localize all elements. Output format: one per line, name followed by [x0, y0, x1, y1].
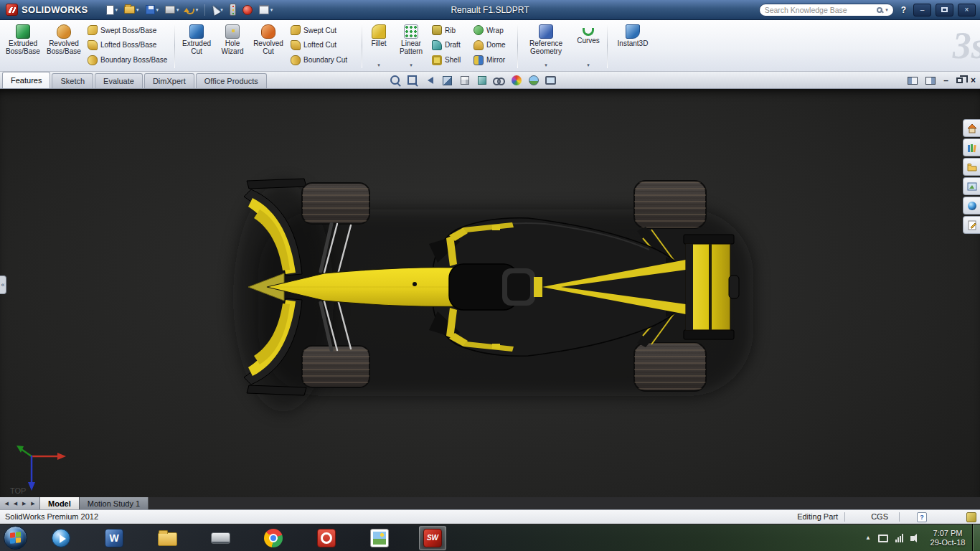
lofted-boss-base-button[interactable]: Lofted Boss/Base — [86, 40, 171, 50]
zoom-to-area-icon[interactable] — [406, 74, 420, 88]
close-button[interactable]: × — [958, 4, 976, 17]
revolved-cut-button[interactable]: Revolved Cut — [249, 22, 288, 69]
help-button[interactable]: ? — [898, 5, 909, 15]
extruded-boss-base-button[interactable]: Extruded Boss/Base — [3, 22, 43, 69]
tray-volume-icon[interactable] — [910, 536, 914, 541]
hole-wizard-button[interactable]: Hole Wizard — [216, 22, 249, 69]
model-tab[interactable]: Model — [40, 497, 80, 509]
previous-view-icon[interactable] — [423, 74, 437, 88]
wrap-button[interactable]: Wrap — [472, 25, 514, 35]
solidworks-taskbar-button[interactable]: SW — [419, 526, 446, 550]
file-explorer-tab[interactable] — [963, 158, 980, 176]
display-style-icon[interactable] — [475, 74, 489, 88]
custom-properties-tab[interactable] — [963, 216, 980, 234]
caret-down-icon[interactable]: ▾ — [545, 62, 547, 67]
explorer-taskbar-button[interactable] — [154, 526, 181, 550]
rebuild-button[interactable] — [227, 2, 238, 18]
swept-cut-button[interactable]: Swept Cut — [289, 25, 358, 35]
design-library-tab[interactable] — [963, 138, 980, 156]
view-palette-tab[interactable] — [963, 177, 980, 195]
tab-dimxpert[interactable]: DimXpert — [144, 73, 194, 88]
swept-boss-base-button[interactable]: Swept Boss/Base — [86, 25, 171, 35]
solidworks-resources-tab[interactable] — [963, 119, 980, 137]
zoom-to-fit-icon[interactable] — [389, 74, 402, 88]
view-settings-icon[interactable] — [544, 74, 557, 88]
word-taskbar-button[interactable]: W — [100, 526, 128, 550]
tab-scroll-first-button[interactable]: ◀ — [4, 501, 8, 507]
reference-geometry-button[interactable]: Reference Geometry ▾ — [520, 22, 572, 69]
search-input[interactable] — [765, 6, 874, 14]
photo-gallery-taskbar-button[interactable] — [366, 526, 393, 550]
media-player-taskbar-button[interactable] — [47, 526, 75, 550]
doc-minimize-button[interactable]: – — [943, 76, 948, 85]
collapse-panel-handle[interactable]: « — [0, 276, 6, 294]
pane-right-toggle[interactable] — [925, 77, 936, 85]
hide-show-items-icon[interactable] — [492, 74, 506, 88]
tab-features[interactable]: Features — [2, 72, 50, 88]
motion-study-tab[interactable]: Motion Study 1 — [80, 497, 149, 509]
taskbar-app-icons: W SW — [47, 526, 446, 550]
app-brand[interactable]: SOLIDWORKS — [0, 4, 94, 16]
extruded-cut-button[interactable]: Extruded Cut — [177, 22, 216, 69]
apply-scene-icon[interactable] — [527, 74, 540, 88]
knowledge-search-box[interactable]: ▾ — [759, 4, 894, 17]
tray-monitor-icon[interactable] — [878, 534, 888, 542]
mirror-button[interactable]: Mirror — [472, 55, 514, 65]
recorder-taskbar-button[interactable] — [313, 526, 340, 550]
tab-sketch[interactable]: Sketch — [52, 73, 93, 88]
revolved-boss-base-button[interactable]: Revolved Boss/Base — [43, 22, 85, 69]
graphics-area[interactable]: TOP « — [0, 89, 980, 497]
caret-down-icon[interactable]: ▾ — [410, 62, 413, 67]
tab-scroll-next-button[interactable]: ▶ — [22, 501, 26, 507]
boundary-cut-button[interactable]: Boundary Cut — [289, 55, 358, 65]
search-caret-icon[interactable]: ▾ — [885, 7, 888, 13]
rib-button[interactable]: Rib — [430, 25, 469, 35]
units-selector[interactable]: CGS — [871, 510, 888, 524]
start-button[interactable] — [4, 526, 27, 550]
status-tag-icon[interactable] — [966, 512, 976, 522]
tab-evaluate[interactable]: Evaluate — [95, 73, 143, 88]
doc-restore-button[interactable] — [956, 77, 963, 83]
show-desktop-button[interactable] — [972, 524, 980, 551]
curves-button[interactable]: Curves ▾ — [572, 22, 605, 69]
tab-scroll-last-button[interactable]: ▶ — [31, 501, 34, 507]
tab-office-products[interactable]: Office Products — [196, 73, 267, 88]
caret-down-icon[interactable]: ▾ — [587, 62, 590, 67]
draft-button[interactable]: Draft — [430, 40, 469, 50]
lofted-cut-button[interactable]: Lofted Cut — [289, 40, 358, 50]
edit-appearance-icon[interactable] — [509, 74, 523, 88]
print-button[interactable]: ▾ — [163, 2, 182, 18]
instant3d-button[interactable]: Instant3D — [610, 22, 656, 69]
save-button[interactable]: ▾ — [143, 2, 161, 18]
status-help-button[interactable]: ? — [917, 512, 927, 522]
button-label: Instant3D — [618, 40, 649, 48]
new-document-button[interactable]: ▾ — [104, 2, 121, 18]
tray-network-icon[interactable] — [895, 534, 903, 542]
tray-expand-icon[interactable]: ▲ — [865, 535, 871, 541]
undo-button[interactable]: ▾ — [184, 2, 201, 18]
fillet-button[interactable]: Fillet ▾ — [364, 22, 393, 69]
boundary-boss-base-button[interactable]: Boundary Boss/Base — [86, 55, 171, 65]
open-document-button[interactable]: ▾ — [122, 2, 141, 18]
taskbar-clock[interactable]: 7:07 PM 29-Oct-18 — [925, 529, 970, 547]
shell-button[interactable]: Shell — [430, 55, 469, 65]
edit-color-button[interactable] — [240, 2, 255, 18]
minimize-button[interactable]: – — [913, 4, 931, 17]
view-orientation-icon[interactable] — [458, 74, 471, 88]
scanner-taskbar-button[interactable] — [207, 526, 234, 550]
chrome-taskbar-button[interactable] — [260, 526, 287, 550]
dome-button[interactable]: Dome — [472, 40, 514, 50]
maximize-button[interactable] — [936, 4, 953, 17]
button-label: Dome — [486, 41, 506, 49]
search-icon[interactable] — [877, 7, 882, 13]
tab-scroll-prev-button[interactable]: ◀ — [14, 501, 17, 507]
pane-left-toggle[interactable] — [908, 77, 918, 85]
design-library-icon — [966, 142, 978, 154]
caret-down-icon[interactable]: ▾ — [377, 62, 380, 67]
select-button[interactable]: ▾ — [209, 2, 225, 18]
section-view-icon[interactable] — [440, 74, 454, 88]
doc-close-button[interactable]: × — [971, 76, 976, 85]
appearances-scenes-tab[interactable] — [963, 197, 980, 215]
linear-pattern-button[interactable]: Linear Pattern ▾ — [393, 22, 429, 69]
options-button[interactable]: ▾ — [257, 2, 275, 18]
